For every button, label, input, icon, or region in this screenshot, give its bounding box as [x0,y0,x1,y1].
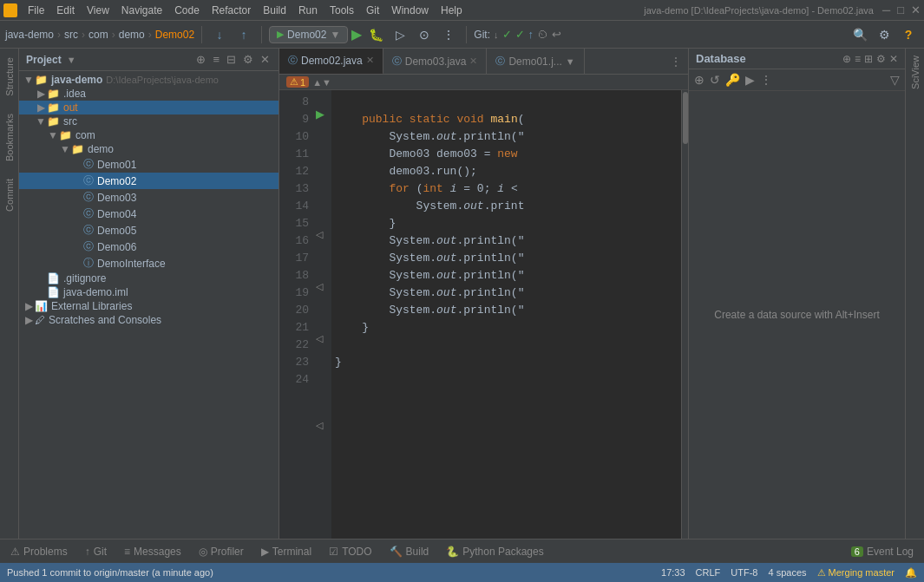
run-button[interactable]: ▶ [351,26,362,43]
bottom-tab-todo[interactable]: ☑ TODO [325,544,375,559]
locate-icon[interactable]: ≡ [211,52,221,67]
bottom-tab-problems[interactable]: ⚠ Problems [7,544,71,559]
tree-item-scratches[interactable]: ▶ 🖊 Scratches and Consoles [19,313,279,327]
menu-view[interactable]: View [82,3,115,18]
status-notifications-icon[interactable]: 🔔 [905,567,917,579]
profile-button[interactable]: ⊙ [414,24,435,45]
menu-refactor[interactable]: Refactor [206,3,256,18]
git-history-icon[interactable]: ⏲ [537,28,548,41]
tree-item-demo01[interactable]: ▶ ⓒ Demo01 [19,156,279,173]
warning-badge[interactable]: ⚠ 1 [286,76,309,88]
tab-close-demo03[interactable]: ✕ [469,56,477,67]
git-push-icon[interactable]: ↑ [528,28,534,41]
status-line-ending[interactable]: CRLF [696,567,721,578]
breadcrumb-src[interactable]: src [64,29,78,41]
tree-item-demo02[interactable]: ▶ ⓒ Demo02 [19,173,279,189]
db-filter-icon[interactable]: ▽ [890,73,900,87]
tree-item-demo05[interactable]: ▶ ⓒ Demo05 [19,222,279,239]
tab-dropdown-icon[interactable]: ▼ [566,56,575,67]
search-everywhere-button[interactable]: 🔍 [849,24,870,45]
settings-button[interactable]: ⚙ [874,24,895,45]
breadcrumb-com[interactable]: com [88,29,108,41]
tree-item-demo03[interactable]: ▶ ⓒ Demo03 [19,189,279,206]
minimize-button[interactable]: ─ [882,3,890,16]
tree-item-root[interactable]: ▼ 📁 java-demo D:\IdeaProjects\java-demo [19,73,279,87]
right-tab-sciview[interactable]: SciView [908,49,923,96]
code-editor[interactable]: public static void main( System.out.prin… [331,90,681,539]
menu-code[interactable]: Code [169,3,205,18]
breadcrumb-nav-arrows[interactable]: ▲▼ [312,77,331,88]
collapse-icon[interactable]: ⊟ [225,52,238,67]
menu-run[interactable]: Run [293,3,323,18]
vcs-push-button[interactable]: ↑ [233,24,254,45]
status-vcs[interactable]: ⚠ Merging master [817,567,895,579]
tree-item-iml[interactable]: ▶ 📄 java-demo.iml [19,285,279,299]
project-panel: Project ▼ ⊕ ≡ ⊟ ⚙ ✕ ▼ 📁 java-demo D:\Ide… [19,49,279,539]
db-sql-icon[interactable]: ▶ [745,73,755,87]
breadcrumb-project[interactable]: java-demo [5,29,54,41]
editor-tab-demo01[interactable]: ⓒ Demo01.j... ▼ [487,49,584,75]
sidebar-tab-commit[interactable]: Commit [2,173,17,217]
menu-window[interactable]: Window [386,3,434,18]
breadcrumb-demo[interactable]: demo [119,29,145,41]
more-run-button[interactable]: ⋮ [438,24,459,45]
project-panel-dropdown[interactable]: ▼ [67,55,76,65]
tree-item-ext-libs[interactable]: ▶ 📊 External Libraries [19,299,279,313]
editor-tab-demo02[interactable]: ⓒ Demo02.java ✕ [279,49,383,75]
db-new-icon[interactable]: ⊕ [694,73,704,87]
bottom-tab-python[interactable]: 🐍 Python Packages [442,544,547,559]
close-button[interactable]: ✕ [911,3,921,16]
run-gutter-icon[interactable]: ▶ [316,108,324,121]
menu-navigate[interactable]: Navigate [116,3,167,18]
sidebar-tab-structure[interactable]: Structure [2,52,17,101]
help-button[interactable]: ? [898,24,919,45]
bottom-tab-profiler[interactable]: ◎ Profiler [195,544,247,559]
tab-more-button[interactable]: ⋮ [664,56,688,68]
db-settings-icon[interactable]: ⚙ [876,53,886,65]
tab-close-demo02[interactable]: ✕ [366,55,374,66]
tree-item-gitignore[interactable]: ▶ 📄 .gitignore [19,271,279,285]
db-expand-icon[interactable]: ⊞ [864,53,873,65]
bottom-tab-messages[interactable]: ≡ Messages [121,544,185,559]
tree-item-out[interactable]: ▶ 📁 out [19,101,279,114]
tree-item-demo06[interactable]: ▶ ⓒ Demo06 [19,239,279,255]
tree-item-demointerface[interactable]: ▶ ⓘ DemoInterface [19,255,279,271]
coverage-button[interactable]: ▷ [390,24,410,45]
menu-file[interactable]: File [23,3,49,18]
panel-close-icon[interactable]: ✕ [259,52,272,67]
sync-icon[interactable]: ⊕ [194,52,207,67]
status-indent[interactable]: 4 spaces [768,567,806,578]
bottom-tab-build[interactable]: 🔨 Build [386,544,433,559]
vcs-update-button[interactable]: ↓ [209,24,230,45]
sidebar-tab-bookmarks[interactable]: Bookmarks [2,108,17,167]
db-add-icon[interactable]: ⊕ [842,53,851,65]
tree-item-demo04[interactable]: ▶ ⓒ Demo04 [19,206,279,222]
run-config-selector[interactable]: ▶ Demo02 ▼ [269,26,348,43]
menu-help[interactable]: Help [436,3,468,18]
menu-build[interactable]: Build [258,3,292,18]
db-list-icon[interactable]: ≡ [855,53,861,65]
menu-tools[interactable]: Tools [324,3,359,18]
db-props-icon[interactable]: 🔑 [725,73,740,87]
status-encoding[interactable]: UTF-8 [731,567,757,578]
bottom-tab-terminal[interactable]: ▶ Terminal [258,544,315,559]
debug-button[interactable]: 🐛 [365,24,386,45]
tree-item-demo[interactable]: ▼ 📁 demo [19,142,279,156]
breadcrumb-class[interactable]: Demo02 [155,29,194,41]
bottom-tab-eventlog[interactable]: 6 Event Log [848,544,917,559]
menu-git[interactable]: Git [361,3,384,18]
maximize-button[interactable]: □ [897,3,904,16]
tree-item-src[interactable]: ▼ 📁 src [19,114,279,128]
bottom-tab-git[interactable]: ↑ Git [82,544,110,559]
db-more-icon[interactable]: ⋮ [760,73,772,87]
menu-edit[interactable]: Edit [51,3,80,18]
panel-settings-icon[interactable]: ⚙ [241,52,255,67]
tree-item-com[interactable]: ▼ 📁 com [19,128,279,142]
tree-item-idea[interactable]: ▶ 📁 .idea [19,87,279,101]
scrollbar-thumb[interactable] [683,92,688,144]
editor-scrollbar[interactable] [681,90,688,539]
db-refresh-icon[interactable]: ↺ [710,73,720,87]
git-undo-icon[interactable]: ↩ [552,28,561,41]
db-close-icon[interactable]: ✕ [889,53,898,65]
editor-tab-demo03[interactable]: ⓒ Demo03.java ✕ [383,49,488,75]
